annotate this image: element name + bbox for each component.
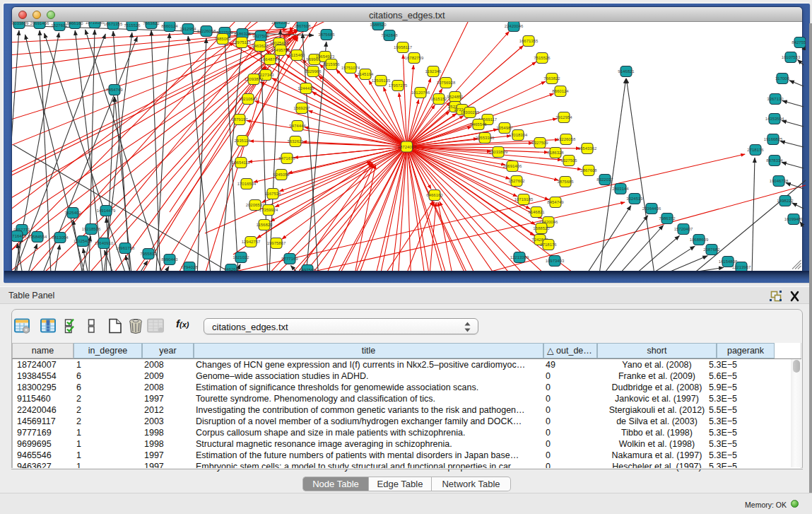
svg-text:1054987: 1054987 [496,126,513,130]
svg-text:18300295: 18300295 [461,110,480,115]
svg-text:9327509: 9327509 [531,141,548,145]
svg-text:1192346: 1192346 [425,69,442,74]
svg-text:22420046: 22420046 [505,24,524,28]
svg-text:14914479: 14914479 [97,209,116,213]
svg-text:6794028: 6794028 [181,265,198,269]
svg-text:10719185: 10719185 [514,197,534,201]
svg-text:12093872: 12093872 [245,77,264,81]
svg-text:19046738: 19046738 [770,179,789,183]
svg-text:1498222: 1498222 [777,199,794,203]
svg-text:10973493: 10973493 [546,259,565,263]
svg-text:10107553: 10107553 [782,55,801,59]
svg-text:1167534: 1167534 [265,192,282,196]
svg-text:8186328: 8186328 [547,151,564,155]
svg-text:7632621: 7632621 [287,139,304,144]
svg-text:9465546: 9465546 [470,122,487,127]
svg-text:6879197: 6879197 [231,117,248,122]
svg-text:17359924: 17359924 [259,208,278,212]
svg-text:9329966: 9329966 [305,69,322,74]
svg-text:15716485: 15716485 [12,234,27,238]
svg-text:16154808: 16154808 [719,259,738,264]
svg-text:19654923: 19654923 [316,54,335,59]
svg-text:9327505: 9327505 [252,34,269,38]
svg-text:8813054: 8813054 [52,235,69,240]
svg-text:17016504: 17016504 [237,182,257,186]
svg-text:8990443: 8990443 [161,257,178,262]
svg-text:19166825: 19166825 [764,137,783,141]
svg-text:20364436: 20364436 [642,206,661,211]
svg-text:16782759: 16782759 [405,56,424,60]
svg-text:1588520: 1588520 [370,23,387,27]
svg-text:7515526: 7515526 [534,56,551,60]
svg-text:8471676: 8471676 [278,156,295,160]
svg-text:3267130: 3267130 [767,97,784,101]
svg-text:13226058: 13226058 [197,29,216,33]
svg-text:20691406: 20691406 [503,164,522,168]
svg-text:2087682: 2087682 [703,247,720,252]
svg-text:2867608: 2867608 [294,24,311,28]
svg-text:16033809: 16033809 [12,22,29,25]
svg-text:11325419: 11325419 [73,239,93,243]
svg-text:18640910: 18640910 [95,241,114,245]
svg-text:16671355: 16671355 [519,39,539,43]
svg-text:16543362: 16543362 [271,22,290,25]
svg-text:10688609: 10688609 [690,238,709,242]
svg-text:7515526: 7515526 [124,23,141,28]
svg-text:16495758: 16495758 [271,48,290,52]
svg-text:8186328: 8186328 [234,32,251,36]
svg-text:19958117: 19958117 [394,45,413,49]
svg-text:9327505: 9327505 [560,158,577,163]
svg-text:7986372: 7986372 [659,216,676,221]
svg-text:9146821: 9146821 [618,69,635,74]
svg-text:8454749: 8454749 [547,200,564,204]
svg-text:8215956: 8215956 [323,62,340,66]
svg-text:15720407: 15720407 [674,227,693,231]
svg-text:9524851: 9524851 [447,95,464,99]
svg-text:1527602: 1527602 [51,23,68,28]
svg-text:19584554: 19584554 [28,235,47,239]
svg-text:7242848: 7242848 [381,33,398,37]
svg-text:7663822: 7663822 [543,76,560,81]
svg-text:2935114: 2935114 [235,139,252,143]
svg-text:9474444: 9474444 [289,124,306,128]
svg-text:3875685: 3875685 [318,33,335,37]
svg-text:12213967: 12213967 [732,265,751,269]
svg-text:19975867: 19975867 [267,241,286,245]
svg-text:7485063: 7485063 [214,37,231,41]
svg-text:10756928: 10756928 [437,81,456,85]
svg-text:8660124: 8660124 [161,24,178,28]
svg-text:10210643: 10210643 [239,97,258,101]
svg-text:8322037: 8322037 [596,177,613,182]
svg-text:3024519: 3024519 [626,197,643,201]
svg-text:1527602: 1527602 [508,179,525,183]
svg-text:6497568: 6497568 [299,268,316,271]
svg-text:2718176: 2718176 [540,243,557,247]
svg-text:12213369: 12213369 [510,255,529,259]
svg-text:10719185: 10719185 [86,22,105,25]
svg-text:16961758: 16961758 [116,246,135,250]
svg-text:8878334: 8878334 [766,158,783,163]
svg-text:1615152: 1615152 [430,97,447,101]
svg-text:12975115: 12975115 [233,40,252,45]
svg-text:1588520: 1588520 [533,226,550,230]
svg-text:16033809: 16033809 [489,150,508,154]
svg-text:746266: 746266 [224,267,239,271]
svg-text:16543362: 16543362 [578,146,597,151]
svg-text:8660124: 8660124 [552,89,569,93]
svg-text:18724007: 18724007 [398,145,417,149]
svg-text:1145194: 1145194 [358,72,375,76]
svg-text:9245052: 9245052 [273,173,290,177]
svg-text:317006: 317006 [775,76,790,81]
svg-text:3912954: 3912954 [180,27,196,31]
svg-text:10654112: 10654112 [232,160,251,165]
svg-text:9146821: 9146821 [528,210,545,214]
svg-text:15751074: 15751074 [341,66,360,70]
svg-text:2718176: 2718176 [747,148,764,152]
svg-text:3912954: 3912954 [555,115,572,119]
svg-text:16099489: 16099489 [784,217,804,221]
svg-text:16671355: 16671355 [104,22,123,26]
svg-text:9463627: 9463627 [252,44,269,48]
svg-text:3875685: 3875685 [557,180,574,184]
svg-text:1621022: 1621022 [233,255,249,259]
svg-text:8427552: 8427552 [792,40,806,45]
